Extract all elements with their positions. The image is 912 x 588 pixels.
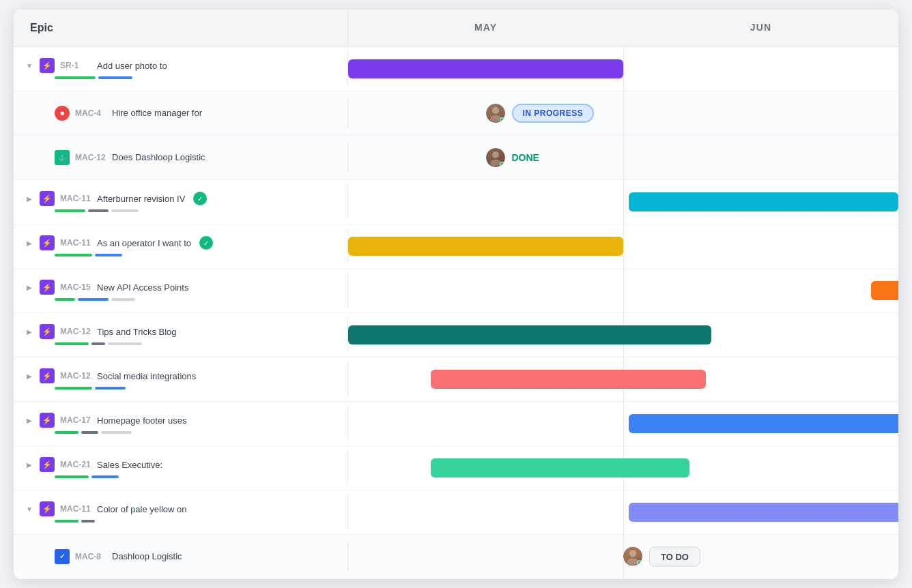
epic-cell: ■ MAC-4 Hire office manager for: [14, 99, 348, 128]
progress-bars: [25, 431, 337, 434]
svg-point-4: [629, 550, 636, 557]
ticket-id: MAC-8: [75, 552, 106, 561]
lightning-icon: ⚡: [42, 194, 52, 203]
avatar: [623, 547, 642, 566]
progress-bar: [78, 298, 109, 301]
chevron-down-icon[interactable]: ▼: [25, 61, 34, 70]
epic-title: Afterburner revision IV: [97, 194, 185, 204]
progress-bar: [101, 431, 132, 434]
progress-bar: [55, 342, 89, 345]
epic-title: Does Dashloop Logistic: [112, 152, 205, 162]
ticket-id: MAC-11: [60, 504, 91, 514]
epic-cell-inner: ▼ ⚡ MAC-11 Color of pale yellow on: [25, 501, 337, 516]
progress-bars: [25, 298, 337, 301]
progress-bar: [108, 342, 142, 345]
ticket-id: MAC-21: [60, 460, 91, 469]
epic-type-icon: ⚡: [40, 280, 55, 295]
gantt-bar: [348, 325, 711, 344]
status-badge: IN PROGRESS: [512, 104, 595, 123]
timeline-inner: [348, 357, 898, 401]
ticket-id: MAC-15: [60, 282, 91, 292]
gantt-bar: [629, 503, 898, 522]
progress-bar: [55, 209, 85, 212]
gantt-bar: [629, 414, 898, 433]
chevron-right-icon[interactable]: ▶: [25, 194, 34, 203]
table-row: ⚓ MAC-12 Does Dashloop Logistic: [14, 136, 898, 180]
avatar: [486, 104, 505, 123]
chevron-right-icon[interactable]: ▶: [25, 415, 34, 425]
timeline-cell: [348, 313, 898, 357]
epic-cell-inner: ✓ MAC-8 Dashloop Logistic: [25, 549, 337, 564]
avatar: [486, 148, 505, 167]
timeline-cell: [348, 224, 898, 268]
epic-cell: ▶ ⚡ MAC-17 Homepage footer uses: [14, 406, 348, 441]
timeline-cell: [348, 446, 898, 490]
timeline-inner: [348, 402, 898, 445]
table-row: ▶ ⚡ MAC-12 Social media integrations: [14, 357, 898, 402]
gantt-bar: [348, 237, 623, 256]
timeline-inner: [348, 224, 898, 268]
epic-cell-inner: ▶ ⚡ MAC-21 Sales Executive:: [25, 457, 337, 472]
timeline-cell: [348, 269, 898, 312]
table-row: ▶ ⚡ MAC-12 Tips and Tricks Blog: [14, 313, 898, 357]
lightning-icon: ⚡: [42, 372, 52, 381]
chevron-right-icon[interactable]: ▶: [25, 371, 34, 381]
epic-type-icon: ⚡: [40, 413, 55, 428]
month-divider: [623, 47, 624, 91]
progress-bars: [25, 387, 337, 389]
progress-bar: [91, 342, 105, 345]
epic-cell: ▶ ⚡ MAC-11 As an operator I want to ✓: [14, 229, 348, 263]
chevron-right-icon[interactable]: ▶: [25, 282, 34, 292]
ticket-id: SR-1: [60, 61, 91, 70]
progress-bar: [55, 298, 75, 301]
progress-bars: [25, 254, 337, 256]
svg-point-2: [492, 151, 499, 158]
progress-bar: [91, 475, 119, 478]
epic-type-icon: ⚓: [55, 150, 70, 165]
progress-bars: [25, 475, 337, 478]
epic-type-icon: ⚡: [40, 324, 55, 339]
epic-cell-inner: ▶ ⚡ MAC-11 As an operator I want to ✓: [25, 235, 337, 250]
month-divider: [623, 91, 624, 135]
epic-cell-inner: ▶ ⚡ MAC-17 Homepage footer uses: [25, 413, 337, 428]
progress-bar: [81, 431, 98, 434]
epic-cell-inner: ▼ ⚡ SR-1 Add user photo to: [25, 58, 337, 73]
timeline-inner: [348, 47, 898, 91]
done-badge: ✓: [199, 236, 213, 250]
checkmark-icon: ✓: [197, 195, 203, 203]
timeline-inner: IN PROGRESS: [348, 91, 898, 135]
chevron-right-icon[interactable]: ▶: [25, 460, 34, 469]
chevron-right-icon[interactable]: ▶: [25, 238, 34, 248]
chevron-down-icon[interactable]: ▼: [25, 504, 34, 514]
epic-cell: ▶ ⚡ MAC-21 Sales Executive:: [14, 450, 348, 485]
epic-type-icon: ⚡: [40, 501, 55, 516]
gantt-bar: [348, 59, 623, 78]
timeline-inner: [348, 313, 898, 357]
table-row: ▼ ⚡ SR-1 Add user photo to: [14, 47, 898, 91]
progress-bar: [95, 254, 122, 256]
epic-cell: ▶ ⚡ MAC-12 Tips and Tricks Blog: [14, 317, 348, 352]
epic-title: Tips and Tricks Blog: [97, 327, 177, 337]
progress-bar: [111, 209, 139, 212]
epic-type-icon: ⚡: [40, 58, 55, 73]
epic-title: Dashloop Logistic: [112, 551, 182, 561]
jun-column-header: JUN: [623, 10, 898, 46]
check-icon: ✓: [59, 553, 65, 560]
epic-cell: ⚓ MAC-12 Does Dashloop Logistic: [14, 143, 348, 172]
timeline-inner: [348, 269, 898, 312]
timeline-cell: [348, 490, 898, 534]
timeline-cell: [348, 47, 898, 91]
ticket-id: MAC-12: [75, 153, 106, 162]
epic-title: Social media integrations: [97, 371, 196, 381]
status-row: TO DO: [623, 546, 700, 566]
lightning-icon: ⚡: [42, 327, 52, 336]
progress-bar: [111, 298, 135, 301]
epic-type-icon: ⚡: [40, 368, 55, 383]
table-row: ▶ ⚡ MAC-11 As an operator I want to ✓: [14, 224, 898, 269]
epic-cell-inner: ▶ ⚡ MAC-12 Social media integrations: [25, 368, 337, 383]
month-divider: [623, 136, 624, 179]
month-divider: [623, 402, 624, 445]
epic-cell-inner: ▶ ⚡ MAC-15 New API Access Points: [25, 280, 337, 295]
chevron-right-icon[interactable]: ▶: [25, 327, 34, 336]
epic-cell-inner: ▶ ⚡ MAC-12 Tips and Tricks Blog: [25, 324, 337, 339]
